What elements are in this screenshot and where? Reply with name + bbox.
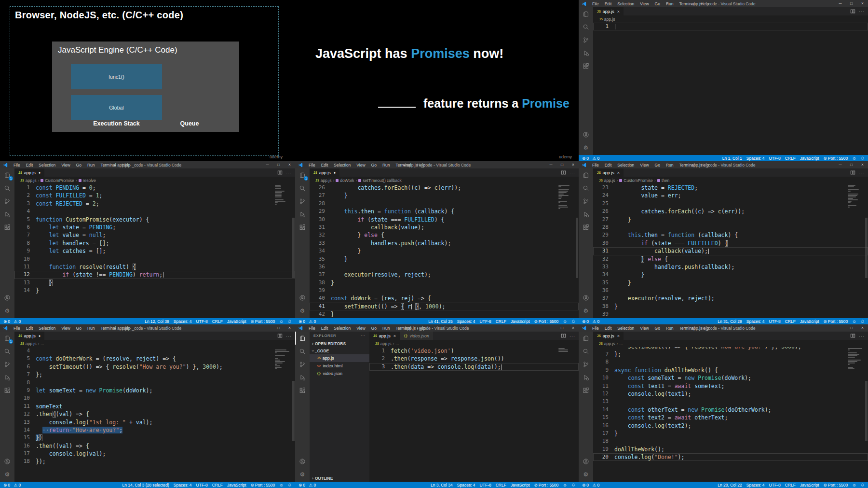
code-line[interactable]: 28 <box>593 223 868 231</box>
breadcrumb-item[interactable]: CustomPromise <box>41 178 74 183</box>
problems-errors[interactable]: ⊗0 <box>298 319 305 324</box>
tab-close-icon[interactable]: × <box>393 334 396 338</box>
open-editors-section[interactable]: ›OPEN EDITORS <box>310 340 369 347</box>
status-segment[interactable]: UTF-8 <box>196 483 208 488</box>
breadcrumb-item[interactable]: then <box>657 178 670 183</box>
menu-file[interactable]: File <box>306 326 318 331</box>
code-line[interactable]: 20console.log("Done!"); <box>593 453 868 461</box>
scrollbar-thumb[interactable] <box>576 218 578 278</box>
code-line[interactable]: 9 let catches = []; <box>14 247 295 255</box>
code-line[interactable]: 11 function resolve(result) { <box>14 263 295 271</box>
status-segment[interactable]: CRLF <box>785 319 796 324</box>
code-line[interactable]: 15 const text2 = await otherText; <box>593 414 868 421</box>
feedback-smiley-icon[interactable]: ☺ <box>279 319 284 324</box>
code-line[interactable]: 7}; <box>593 350 868 358</box>
status-segment[interactable]: JavaScript <box>511 483 530 488</box>
breadcrumb-item[interactable]: doWork <box>336 178 354 183</box>
explorer-actions-icon[interactable]: ··· <box>361 334 366 338</box>
menu-selection[interactable]: Selection <box>614 1 637 6</box>
menu-edit[interactable]: Edit <box>602 326 615 331</box>
maximize-button[interactable]: □ <box>846 324 857 332</box>
menu-view[interactable]: View <box>353 326 368 331</box>
tab-dirty-dot[interactable]: ● <box>334 171 336 174</box>
breadcrumb-item[interactable]: JSapp.js <box>599 17 615 22</box>
code-line[interactable]: 16.then((val) => { <box>14 442 295 450</box>
status-segment[interactable]: JavaScript <box>800 483 819 488</box>
feedback-smiley-icon[interactable]: ☺ <box>852 156 856 161</box>
file-item-index.html[interactable]: <>index.html <box>310 362 369 370</box>
problems-warnings[interactable]: ⚠0 <box>14 319 21 324</box>
code-line[interactable]: 13 <box>593 398 868 405</box>
status-segment[interactable]: UTF-8 <box>480 483 491 488</box>
status-segment[interactable]: Spaces: 4 <box>174 319 192 324</box>
close-button[interactable]: × <box>284 324 295 332</box>
code-line[interactable]: 12 if (state !== PENDING) return; <box>14 271 295 279</box>
source-control-icon[interactable] <box>0 358 14 371</box>
code-line[interactable]: 37 executor(resolve, reject); <box>593 294 868 302</box>
breadcrumb-item[interactable]: ... <box>395 341 399 346</box>
tab-app.js[interactable]: JSapp.js● <box>310 168 339 177</box>
status-segment[interactable]: UTF-8 <box>196 319 208 324</box>
status-segment[interactable]: JavaScript <box>227 319 246 324</box>
close-button[interactable]: × <box>284 161 295 168</box>
scrollbar-thumb[interactable] <box>865 218 868 278</box>
code-line[interactable]: 30 if (state === FULFILLED) { <box>593 239 868 247</box>
code-line[interactable]: 38} <box>310 279 579 287</box>
code-line[interactable]: 10 <box>14 255 295 263</box>
notifications-bell-icon[interactable] <box>288 320 292 323</box>
menu-selection[interactable]: Selection <box>614 163 637 167</box>
code-line[interactable]: 39 <box>593 310 868 318</box>
more-actions-icon[interactable]: ··· <box>859 334 865 338</box>
notifications-bell-icon[interactable] <box>571 320 575 323</box>
code-line[interactable]: 13 } <box>14 279 295 287</box>
code-line[interactable]: 1fetch('video.json') <box>369 347 579 355</box>
explorer-icon[interactable]: 1 <box>0 332 14 345</box>
menu-run[interactable]: Run <box>663 163 677 167</box>
feedback-smiley-icon[interactable]: ☺ <box>852 319 856 324</box>
problems-errors[interactable]: ⊗0 <box>582 319 589 324</box>
status-segment[interactable]: CRLF <box>212 483 223 488</box>
source-control-icon[interactable] <box>295 358 310 371</box>
problems-warnings[interactable]: ⚠0 <box>593 319 599 324</box>
extensions-icon[interactable] <box>295 221 310 234</box>
notifications-bell-icon[interactable] <box>288 483 292 487</box>
problems-warnings[interactable]: ⚠0 <box>14 483 21 488</box>
tab-app.js[interactable]: JSapp.js× <box>593 7 624 15</box>
code-line[interactable]: 8 let handlers = []; <box>14 239 295 247</box>
source-control-icon[interactable] <box>579 33 593 46</box>
feedback-smiley-icon[interactable]: ☺ <box>279 483 284 488</box>
code-line[interactable]: 9let someText = new Promise(doWork); <box>14 387 295 394</box>
code-line[interactable]: 8 <box>14 379 295 387</box>
extensions-icon[interactable] <box>579 59 593 72</box>
code-line[interactable]: 36 <box>593 287 868 294</box>
status-segment[interactable]: UTF-8 <box>769 483 781 488</box>
menu-edit[interactable]: Edit <box>318 163 331 167</box>
problems-warnings[interactable]: ⚠0 <box>309 483 316 488</box>
menu-selection[interactable]: Selection <box>36 163 58 167</box>
status-segment[interactable]: Spaces: 4 <box>746 483 765 488</box>
menu-run[interactable]: Run <box>84 326 98 331</box>
code-line[interactable]: 1 <box>593 23 868 30</box>
more-actions-icon[interactable]: ··· <box>286 334 292 338</box>
search-icon[interactable] <box>579 345 593 358</box>
menu-run[interactable]: Run <box>663 1 677 6</box>
tab-app.js[interactable]: JSapp.js● <box>14 332 44 340</box>
minimize-button[interactable]: ─ <box>262 324 273 332</box>
file-item-app.js[interactable]: JSapp.js <box>310 354 369 362</box>
menu-selection[interactable]: Selection <box>331 326 353 331</box>
minimize-button[interactable]: ─ <box>545 324 556 332</box>
menu-run[interactable]: Run <box>380 326 393 331</box>
code-line[interactable]: 3.then(data => console.log(data)); <box>369 363 579 371</box>
code-line[interactable]: 27 } <box>310 192 579 199</box>
run-debug-icon[interactable] <box>0 371 14 384</box>
minimize-button[interactable]: ─ <box>835 324 846 332</box>
status-segment[interactable]: JavaScript <box>800 319 819 324</box>
code-line[interactable]: 12.then((val) => { <box>14 410 295 418</box>
code-line[interactable]: 35 } <box>593 279 868 287</box>
breadcrumb-item[interactable]: JSapp.js <box>315 178 332 183</box>
live-server-port[interactable]: ⊘Port : 5500 <box>824 483 848 488</box>
scrollbar-thumb[interactable] <box>865 381 868 442</box>
explorer-icon[interactable]: 1 <box>0 168 14 181</box>
code-line[interactable]: 27 } <box>593 216 868 223</box>
notifications-bell-icon[interactable] <box>861 320 865 323</box>
